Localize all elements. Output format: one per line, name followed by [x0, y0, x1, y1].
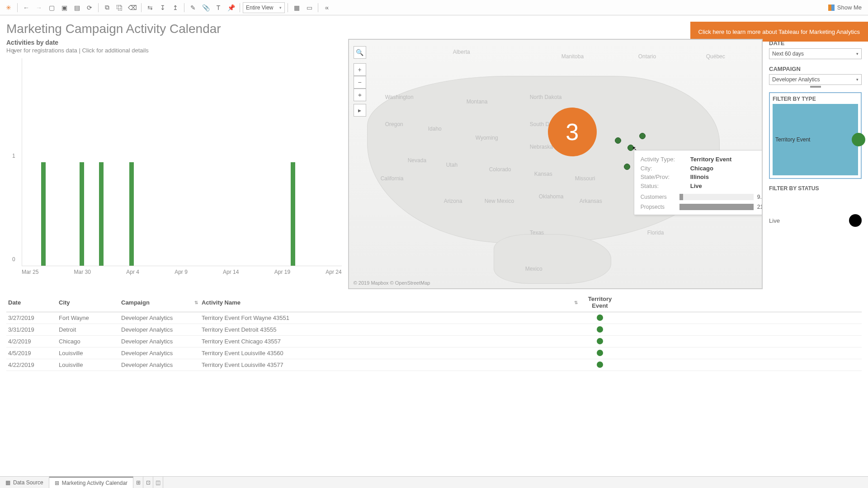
map-region-label: Nebraska: [530, 144, 553, 150]
map-region-label: Québec: [706, 53, 725, 60]
y-tick: 0: [12, 256, 15, 263]
fit-select[interactable]: Entire View: [243, 2, 285, 13]
new-story-icon[interactable]: ◫: [153, 477, 163, 488]
sort-asc-icon[interactable]: ↧: [157, 2, 169, 14]
col-date[interactable]: Date: [6, 295, 57, 310]
map-region-label: Montana: [467, 99, 488, 105]
table-row[interactable]: 4/22/2019LouisvilleDeveloper AnalyticsTe…: [6, 359, 862, 371]
map-region-label: Ontario: [638, 53, 656, 60]
map-region-label: Colorado: [489, 166, 511, 173]
chart-bar[interactable]: [99, 162, 104, 266]
col-city[interactable]: City: [57, 295, 119, 310]
clear-icon[interactable]: ⌫: [127, 2, 138, 14]
map-zoom-out-icon[interactable]: −: [354, 76, 366, 89]
logo-icon[interactable]: ✳: [3, 2, 14, 14]
sort-icon[interactable]: ⇅: [574, 300, 578, 305]
pause-icon[interactable]: ▤: [71, 2, 83, 14]
map-region-label: Oklahoma: [539, 193, 564, 200]
table-row[interactable]: 4/5/2019LouisvilleDeveloper AnalyticsTer…: [6, 347, 862, 359]
y-tick: 1: [12, 153, 15, 159]
map-region-label: Texas: [530, 230, 544, 236]
map-event-dot[interactable]: [615, 137, 621, 144]
highlight-icon[interactable]: ✎: [187, 2, 199, 14]
map-reset-icon[interactable]: ⌖: [354, 89, 366, 101]
map-region-label: Arkansas: [580, 198, 602, 204]
chart-plot-area[interactable]: 012: [22, 58, 342, 266]
date-filter-select[interactable]: Next 60 days: [769, 48, 862, 59]
x-tick: Apr 24: [326, 269, 341, 275]
map-region-label: New Mexico: [485, 198, 514, 204]
map-region-label: Missouri: [575, 175, 595, 182]
pin-icon[interactable]: 📌: [225, 2, 237, 14]
map-zoom-in-icon[interactable]: +: [354, 63, 366, 76]
chart-title: Activities by date: [6, 39, 342, 46]
back-icon[interactable]: ←: [20, 2, 32, 14]
event-dot-icon: [597, 350, 603, 356]
new-datasource-icon[interactable]: ▣: [58, 2, 70, 14]
map-region-label: Washington: [385, 94, 414, 100]
sheet-tabs: ▦ Data Source ⊞ Marketing Activity Calen…: [0, 476, 868, 488]
share-icon[interactable]: ∝: [321, 2, 333, 14]
swap-icon[interactable]: ⇆: [144, 2, 156, 14]
forward-icon[interactable]: →: [33, 2, 45, 14]
cards-icon[interactable]: ▦: [291, 2, 302, 14]
chart-subtitle: Hover for registrations data | Click for…: [6, 47, 342, 54]
present-icon[interactable]: ▭: [303, 2, 315, 14]
map-region-label: Wyoming: [476, 135, 498, 141]
x-tick: Apr 19: [274, 269, 290, 275]
status-filter-row[interactable]: Live: [769, 214, 862, 227]
map-region-label: Alberta: [453, 49, 470, 55]
event-dot-icon: [597, 314, 603, 321]
type-filter-chip[interactable]: Territory Event: [773, 104, 858, 175]
new-worksheet-icon[interactable]: ⊞: [133, 477, 143, 488]
campaign-filter-label: CAMPAIGN: [769, 66, 862, 72]
x-tick: Apr 4: [126, 269, 139, 275]
event-dot-icon: [597, 361, 603, 368]
duplicate-icon[interactable]: ⿻: [114, 2, 126, 14]
map-region-label: Arizona: [444, 198, 462, 204]
label-icon[interactable]: T: [212, 2, 224, 14]
x-tick: Apr 14: [223, 269, 239, 275]
group-icon[interactable]: 📎: [200, 2, 212, 14]
col-activity[interactable]: Activity Name⇅: [200, 295, 580, 310]
map-cluster-dot[interactable]: 3: [548, 108, 597, 156]
toolbar: ✳ ← → ▢ ▣ ▤ ⟳ ⧉ ⿻ ⌫ ⇆ ↧ ↥ ✎ 📎 T 📌 Entire…: [0, 0, 868, 15]
y-tick: 2: [12, 49, 15, 55]
status-legend-dot-icon: [849, 214, 862, 227]
type-filter-box[interactable]: FILTER BY TYPE Territory Event: [769, 92, 862, 179]
col-campaign[interactable]: Campaign⇅: [119, 295, 200, 310]
type-legend-dot-icon: [852, 133, 865, 146]
map-region-label: Oregon: [385, 121, 403, 127]
map-pan-icon[interactable]: ▸: [354, 104, 366, 117]
refresh-icon[interactable]: ⟳: [84, 2, 95, 14]
table-header: Date City Campaign⇅ Activity Name⇅ Terri…: [6, 293, 862, 312]
table-row[interactable]: 4/2/2019ChicagoDeveloper AnalyticsTerrit…: [6, 336, 862, 347]
status-filter-label: FILTER BY STATUS: [769, 185, 862, 192]
chart-bar[interactable]: [80, 162, 84, 266]
table-row[interactable]: 3/31/2019DetroitDeveloper AnalyticsTerri…: [6, 324, 862, 336]
map-event-dot[interactable]: [639, 133, 646, 139]
col-type[interactable]: Territory Event: [580, 295, 620, 310]
map-region-label: North Dakota: [530, 94, 562, 100]
map-event-dot[interactable]: [624, 164, 630, 170]
event-dot-icon: [597, 326, 603, 333]
map-region-label: Idaho: [428, 126, 442, 132]
sort-icon[interactable]: ⇅: [194, 300, 198, 305]
data-source-tab[interactable]: ▦ Data Source: [0, 477, 49, 488]
dashboard-tab[interactable]: ⊞ Marketing Activity Calendar: [49, 477, 133, 488]
events-table: Date City Campaign⇅ Activity Name⇅ Terri…: [6, 293, 862, 371]
new-sheet-icon[interactable]: ⧉: [101, 2, 113, 14]
sort-desc-icon[interactable]: ↥: [170, 2, 181, 14]
chart-bar[interactable]: [291, 162, 295, 266]
campaign-filter-select[interactable]: Developer Analytics: [769, 74, 862, 85]
show-me-button[interactable]: Show Me: [825, 4, 865, 11]
map-search-icon[interactable]: 🔍: [354, 46, 366, 59]
chart-bar[interactable]: [129, 162, 134, 266]
map-attribution: © 2019 Mapbox © OpenStreetMap: [354, 280, 430, 286]
map[interactable]: AlbertaManitobaOntarioQuébecWashingtonMo…: [348, 39, 763, 289]
event-dot-icon: [597, 338, 603, 344]
new-dashboard-icon[interactable]: ⊡: [143, 477, 153, 488]
table-row[interactable]: 3/27/2019Fort WayneDeveloper AnalyticsTe…: [6, 312, 862, 324]
save-icon[interactable]: ▢: [46, 2, 57, 14]
chart-bar[interactable]: [41, 162, 46, 266]
